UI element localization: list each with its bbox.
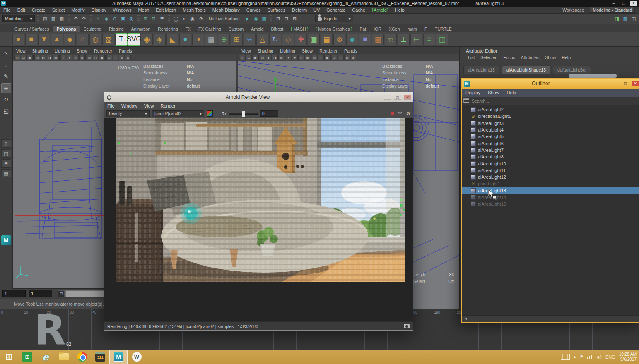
- attribute-editor-menu-item[interactable]: Help: [559, 55, 573, 60]
- workspace-dropdown[interactable]: Modeling - Standard: [590, 7, 635, 13]
- speaker-icon[interactable]: ◄): [596, 354, 602, 359]
- poly-disc-icon[interactable]: ◎: [89, 34, 101, 46]
- menu-item[interactable]: Display: [88, 7, 110, 12]
- menu-item[interactable]: UV: [310, 7, 323, 12]
- render-view-titlebar[interactable]: Arnold Render View – □ ✕: [104, 92, 413, 102]
- snap-curve-icon[interactable]: ◈: [103, 15, 110, 22]
- minimize-button[interactable]: –: [612, 81, 619, 86]
- menu-item[interactable]: Create: [29, 7, 49, 12]
- close-button[interactable]: ✕: [630, 1, 637, 6]
- shelf-tab[interactable]: Bifrost: [268, 26, 287, 32]
- w-app-icon[interactable]: W: [128, 350, 146, 364]
- minimize-button[interactable]: –: [610, 1, 617, 6]
- start-button[interactable]: ⊞: [0, 350, 18, 364]
- internet-explorer-icon[interactable]: e: [36, 350, 55, 364]
- viewport-menu-item[interactable]: Show: [299, 48, 316, 53]
- shelf-tab[interactable]: Sculpting: [80, 26, 105, 32]
- viewport-menu-item[interactable]: Show: [73, 48, 91, 53]
- viewport-toolbar-icon[interactable]: [311, 55, 311, 60]
- shelf-tab[interactable]: FX Caching: [195, 26, 225, 32]
- directionalLight1[interactable]: directionalLight1: [462, 113, 639, 120]
- attribute-editor-menu-item[interactable]: Focus: [501, 55, 517, 60]
- menu-item[interactable]: File: [0, 7, 14, 12]
- shelf-tab[interactable]: MASH: [287, 26, 312, 32]
- range-start-field[interactable]: 1: [2, 290, 26, 297]
- platonic-icon[interactable]: ▦: [205, 34, 217, 46]
- menu-set-dropdown[interactable]: Modeling ▾: [2, 15, 35, 22]
- render-settings-icon[interactable]: ▦: [260, 15, 268, 22]
- snap-plane-icon[interactable]: ▣: [119, 15, 127, 22]
- attribute-editor-scroll-thumb[interactable]: [569, 74, 617, 78]
- viewport-menu-item[interactable]: View: [238, 48, 254, 53]
- quad-draw-icon[interactable]: ▩: [372, 34, 384, 46]
- aiAreaLight2[interactable]: aiAreaLight2: [462, 106, 639, 113]
- joint-icon[interactable]: ⊥: [398, 34, 410, 46]
- snap-view-icon[interactable]: ◎: [128, 15, 135, 22]
- layout-persp-outliner[interactable]: ▤: [1, 169, 11, 177]
- language-indicator[interactable]: ENG: [605, 354, 615, 359]
- viewport-toolbar-icon[interactable]: ◼: [324, 55, 330, 60]
- symmetry-off-icon[interactable]: ◯: [172, 15, 180, 22]
- group-grip[interactable]: [270, 15, 272, 22]
- open-scene-icon[interactable]: ▥: [50, 15, 57, 22]
- viewport-toolbar-icon[interactable]: ▦: [53, 55, 59, 60]
- range-end-field[interactable]: 1: [29, 290, 52, 297]
- menu-item[interactable]: Mesh: [135, 7, 152, 12]
- windows-store-icon[interactable]: ⊞: [18, 350, 36, 364]
- aiAreaLight4[interactable]: aiAreaLight4: [462, 127, 639, 133]
- viewport-toolbar-icon[interactable]: ◐: [60, 55, 66, 60]
- viewport-menu-item[interactable]: Panels: [116, 48, 135, 53]
- poly-svg-icon[interactable]: SVG: [128, 34, 140, 46]
- viewport-toolbar-icon[interactable]: [85, 55, 86, 60]
- viewport-menu-item[interactable]: Panels: [341, 48, 361, 53]
- extrude-icon[interactable]: ◆: [346, 34, 358, 46]
- input-connections-icon[interactable]: ⊡: [150, 15, 157, 22]
- menu-item[interactable]: Modify: [68, 7, 88, 12]
- shelf-tab[interactable]: P: [421, 26, 431, 32]
- snap-point-icon[interactable]: ⊙: [111, 15, 118, 22]
- menu-item[interactable]: Edit: [14, 7, 29, 12]
- skeleton-icon[interactable]: ◫: [436, 34, 448, 46]
- layout-four-pane[interactable]: ⊞: [1, 159, 11, 168]
- aiAreaLight11[interactable]: aiAreaLight11: [462, 167, 639, 174]
- aiAreaLight8[interactable]: aiAreaLight8: [462, 153, 639, 160]
- viewport-toolbar-icon[interactable]: ▥: [87, 55, 92, 60]
- attribute-editor-tab[interactable]: aiAreaLight13: [463, 66, 499, 74]
- aiAreaLight3[interactable]: aiAreaLight3: [462, 120, 639, 127]
- shelf-tab[interactable]: Animation: [128, 26, 154, 32]
- refresh-icon[interactable]: ↻: [222, 111, 226, 117]
- sculpt-icon[interactable]: ☆: [385, 34, 397, 46]
- viewport-menu-item[interactable]: Lighting: [277, 48, 299, 53]
- ipr-render-icon[interactable]: ◉: [252, 15, 260, 22]
- save-scene-icon[interactable]: ▦: [58, 15, 65, 22]
- viewport-toolbar-icon[interactable]: ▣: [252, 55, 258, 60]
- viewport-toolbar-icon[interactable]: ⊞: [79, 55, 85, 60]
- render-view-menu-item[interactable]: File: [104, 103, 118, 108]
- viewport-toolbar-icon[interactable]: ▤: [260, 55, 265, 60]
- aiAreaLight7[interactable]: aiAreaLight7: [462, 147, 639, 153]
- smooth-icon[interactable]: ≋: [244, 34, 256, 46]
- poly-pipe-icon[interactable]: ▧: [102, 34, 114, 46]
- new-scene-icon[interactable]: ▤: [41, 15, 49, 22]
- ik-handle-icon[interactable]: ⊢: [410, 34, 422, 46]
- attribute-editor-menu-item[interactable]: Attributes: [519, 55, 541, 60]
- viewport-toolbar-icon[interactable]: ▱: [332, 55, 338, 60]
- separate-icon[interactable]: ⊞: [231, 34, 243, 46]
- menu-item[interactable]: Select: [49, 7, 68, 12]
- viewport-toolbar-icon[interactable]: ▱: [106, 55, 112, 60]
- viewport-toolbar-icon[interactable]: ◨: [47, 55, 53, 60]
- network-icon[interactable]: [587, 355, 592, 359]
- pointLight1[interactable]: pointLight1: [462, 180, 639, 187]
- shelf-tab[interactable]: Arnold: [247, 26, 267, 32]
- aiAreaLight12[interactable]: aiAreaLight12: [462, 174, 639, 180]
- poly-plane-icon[interactable]: ⌂: [77, 34, 89, 46]
- viewport-menu-item[interactable]: View: [13, 48, 29, 53]
- ipr-broadcast-icon[interactable]: [397, 111, 403, 116]
- viewport-toolbar-icon[interactable]: ◼: [99, 55, 105, 60]
- poly-gear-icon[interactable]: ◈: [154, 34, 166, 46]
- menu-item[interactable]: Curves: [243, 7, 264, 12]
- redo-icon[interactable]: ↷: [80, 15, 88, 22]
- aiAreaLight13[interactable]: aiAreaLight13: [462, 187, 639, 194]
- viewport-toolbar-icon[interactable]: ▦: [278, 55, 284, 60]
- maximize-button[interactable]: □: [622, 81, 629, 86]
